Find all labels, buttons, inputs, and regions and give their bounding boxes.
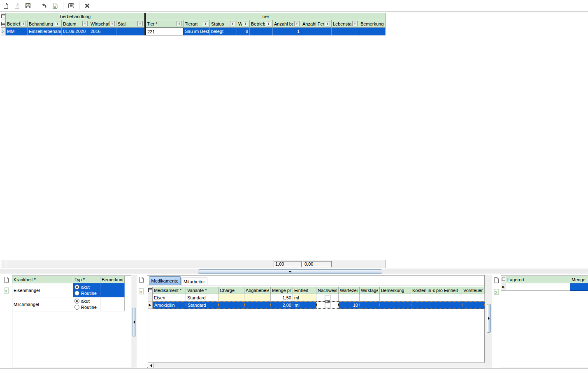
cell-kosten[interactable] (411, 301, 462, 309)
column-header-stall[interactable]: Stall (116, 20, 144, 28)
cell-bemerkung-krankheit[interactable] (100, 283, 125, 297)
cell-medikament[interactable]: Amoxicilin (153, 301, 186, 309)
column-header-anzahl-beh[interactable]: Anzahl beh (273, 20, 301, 28)
cell-betrieb[interactable]: MM (6, 28, 28, 35)
cell-krankheit[interactable]: Milchmangel (12, 297, 73, 311)
cell-abgabebeleg[interactable] (244, 294, 271, 301)
column-header-medikament[interactable]: Medikament * (153, 287, 186, 294)
select-all-corner[interactable] (148, 287, 153, 294)
column-header-status[interactable]: Status (210, 20, 237, 28)
radio-routine[interactable]: Routine (74, 290, 97, 297)
cell-einheit[interactable]: ml (293, 294, 316, 301)
cell-abgabebeleg[interactable] (244, 301, 271, 309)
cell-wirktage[interactable] (360, 301, 380, 309)
column-header-lagerort[interactable]: Lagerort (506, 276, 570, 283)
cell-status[interactable]: belegt (210, 28, 237, 35)
column-header-variante[interactable]: Variante * (186, 287, 218, 294)
column-header-bemerkung[interactable]: Bemerkung (359, 20, 386, 28)
nachweis-checkbox[interactable] (325, 302, 330, 308)
filter-icon[interactable] (230, 21, 235, 26)
print-icon[interactable] (67, 2, 75, 9)
cell-tierart[interactable]: Sau im Besta (184, 28, 210, 35)
cell-wartezeit[interactable]: 10 (339, 301, 360, 309)
save-icon[interactable] (24, 2, 32, 9)
radio-routine[interactable]: Routine (74, 304, 97, 311)
radio-akut[interactable]: akut (74, 284, 90, 290)
cell-bemerkung-med[interactable] (380, 294, 411, 301)
radio-akut[interactable]: akut (74, 298, 90, 304)
medikamente-export-excel-icon[interactable]: x (138, 288, 144, 296)
group-header-tier[interactable]: Tier (146, 13, 386, 20)
select-all-corner[interactable] (1, 13, 6, 20)
column-header-bemerkung-krankheit[interactable]: Bemerkung (100, 276, 125, 283)
column-header-betrieb[interactable]: Betrieb (6, 20, 28, 28)
column-header-abgabebeleg[interactable]: Abgabebele (244, 287, 271, 294)
krankheit-new-row-icon[interactable] (3, 276, 9, 284)
new-document-icon[interactable] (2, 2, 9, 9)
filter-icon[interactable] (352, 21, 358, 26)
export-excel-icon[interactable]: x (51, 2, 59, 9)
cell-datum[interactable]: 01.09.2020 (62, 28, 89, 35)
column-header-wirktage[interactable]: Wirktage (360, 287, 380, 294)
column-header-typ[interactable]: Typ * (73, 276, 100, 283)
filter-icon[interactable] (109, 21, 115, 26)
filter-icon[interactable] (325, 21, 330, 26)
right-splitter-thumb[interactable] (487, 304, 491, 333)
filter-icon[interactable] (21, 21, 26, 26)
filter-icon[interactable] (203, 21, 208, 26)
group-header-tierbehandlung[interactable]: Tierbehandlung (6, 13, 144, 20)
horizontal-splitter-thumb[interactable] (198, 269, 382, 274)
column-header-nachweis[interactable]: Nachweis (316, 287, 339, 294)
cell-wartezeit[interactable] (339, 294, 360, 301)
cell-einheit[interactable]: ml (293, 301, 316, 309)
column-header-kosten[interactable]: Kosten in € pro Einheit (411, 287, 462, 294)
cell-behandlung[interactable]: Einzeltierbehand (28, 28, 62, 35)
cell-bemerkung[interactable] (359, 28, 386, 35)
lagerort-new-row-icon[interactable] (493, 277, 500, 285)
column-header-einheit[interactable]: Einheit (293, 287, 316, 294)
filter-icon[interactable] (294, 21, 300, 26)
filter-icon[interactable] (137, 21, 143, 26)
close-icon[interactable] (84, 2, 91, 9)
undo-icon[interactable] (40, 2, 48, 9)
cell-medikament[interactable]: Eisen (153, 294, 186, 301)
cell-variante[interactable]: Standard (186, 294, 218, 301)
lagerort-export-excel-icon[interactable]: x (493, 288, 500, 296)
cell-wurf[interactable]: 8 (237, 28, 250, 35)
left-splitter-thumb[interactable] (132, 308, 136, 336)
filter-icon[interactable] (55, 21, 60, 26)
column-header-wartezeit[interactable]: Wartezeit (339, 287, 360, 294)
column-header-bemerkung-med[interactable]: Bemerkung (380, 287, 411, 294)
tab-mitarbeiter[interactable]: Mitarbeiter (181, 278, 207, 285)
cell-vorsteuer[interactable] (462, 294, 485, 301)
cell-wirtschaft[interactable]: 2016 (89, 28, 116, 35)
cell-betrieb-tier[interactable] (250, 28, 273, 35)
cell-anzahl-ferkel[interactable] (301, 28, 332, 35)
column-header-krankheit[interactable]: Krankheit * (12, 276, 73, 283)
column-header-menge-pro[interactable]: Menge pro (271, 287, 293, 294)
cell-charge[interactable] (218, 301, 244, 309)
medikamente-new-row-icon[interactable] (138, 276, 144, 284)
cell-vorsteuer[interactable] (462, 301, 485, 309)
cell-lebenstag[interactable] (332, 28, 359, 35)
cell-anzahl-beh[interactable]: 1 (273, 28, 301, 35)
filter-icon[interactable] (82, 21, 88, 26)
cell-menge-pro[interactable]: 1,50 (271, 294, 293, 301)
krankheit-export-excel-icon[interactable]: x (3, 287, 9, 295)
cell-tier-editor[interactable]: 221 (146, 28, 184, 35)
filter-icon[interactable] (266, 21, 271, 26)
cell-lagerort[interactable] (506, 283, 570, 291)
filter-icon[interactable] (177, 21, 182, 26)
column-header-behandlung[interactable]: Behandlung * (28, 20, 62, 28)
filter-icon[interactable] (243, 21, 248, 26)
cell-charge[interactable] (218, 294, 244, 301)
column-header-tier[interactable]: Tier * (146, 20, 184, 28)
column-header-datum[interactable]: Datum (62, 20, 89, 28)
cell-menge[interactable] (570, 283, 588, 291)
nachweis-checkbox[interactable] (325, 295, 330, 301)
column-header-betrieb-tier[interactable]: Betrieb (250, 20, 273, 28)
column-header-anzahl-ferkel[interactable]: Anzahl Ferke (301, 20, 332, 28)
cell-krankheit[interactable]: Eisenmangel (12, 283, 73, 297)
select-all-corner[interactable] (501, 276, 506, 283)
column-header-wurf[interactable]: Wurf (237, 20, 250, 28)
